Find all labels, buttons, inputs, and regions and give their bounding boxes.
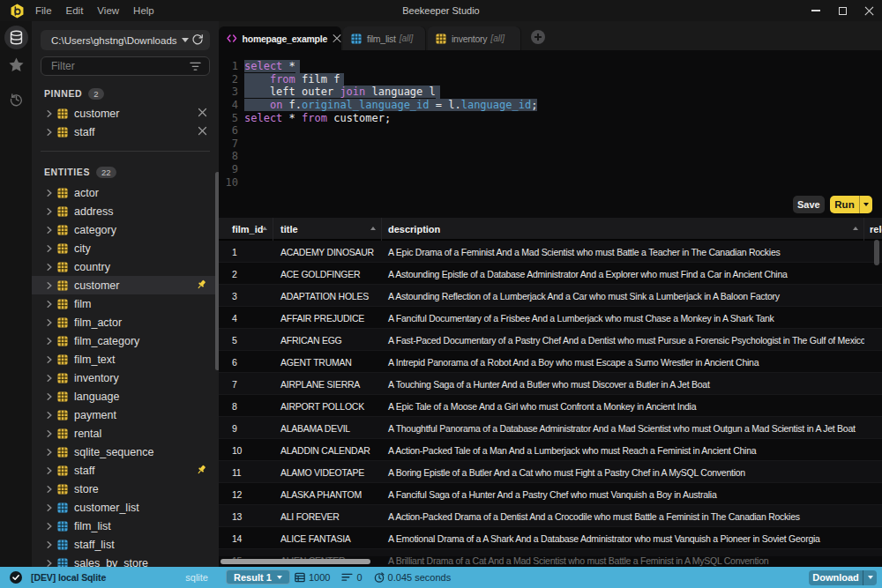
chevron-right-icon[interactable] <box>46 282 53 289</box>
cell-description[interactable]: A Action-Packed Tale of a Man And a Lumb… <box>382 439 864 461</box>
entity-item-customer[interactable]: customer <box>32 276 219 294</box>
connection-name[interactable]: [DEV] local Sqlite <box>31 567 106 588</box>
unpin-icon[interactable] <box>198 108 207 117</box>
unpin-button[interactable] <box>198 108 207 117</box>
cell-title[interactable]: ACADEMY DINOSAUR <box>273 241 382 263</box>
cell-title[interactable]: AFRICAN EGG <box>273 329 382 351</box>
chevron-right-icon[interactable] <box>46 375 53 382</box>
entity-item-film_text[interactable]: film_text <box>32 350 219 368</box>
chevron-right-icon[interactable] <box>46 393 53 400</box>
cell-film_id[interactable]: 12 <box>219 483 273 505</box>
entity-item-film[interactable]: film <box>32 294 219 313</box>
connection-dropdown[interactable]: C:\Users\ghstng\Downloads <box>41 30 210 50</box>
cell-description[interactable]: A Intrepid Panorama of a Robot And a Boy… <box>382 351 864 373</box>
vertical-scrollbar-thumb[interactable] <box>874 240 879 265</box>
cell-title[interactable]: AIRPORT POLLOCK <box>273 395 382 417</box>
entity-item-city[interactable]: city <box>32 239 219 257</box>
entity-item-sqlite_sequence[interactable]: sqlite_sequence <box>32 443 219 461</box>
cell-film_id[interactable]: 7 <box>219 373 273 395</box>
chevron-right-icon[interactable] <box>46 430 53 437</box>
entity-filter-input[interactable] <box>41 60 190 72</box>
cell-title[interactable]: ALAMO VIDEOTAPE <box>273 461 382 483</box>
chevron-right-icon[interactable] <box>46 541 53 548</box>
cell-title[interactable]: ALI FOREVER <box>273 505 382 527</box>
cell-film_id[interactable]: 6 <box>219 351 273 373</box>
chevron-right-icon[interactable] <box>46 129 53 136</box>
entity-item-film_list[interactable]: film_list <box>32 517 219 535</box>
entity-item-customer_list[interactable]: customer_list <box>32 498 219 517</box>
menu-edit[interactable]: Edit <box>66 5 84 16</box>
sidebar-scrollbar-thumb[interactable] <box>215 172 219 370</box>
rail-favorites-button[interactable] <box>0 51 32 78</box>
cell-title[interactable]: ALASKA PHANTOM <box>273 483 382 505</box>
unpin-icon[interactable] <box>198 126 207 136</box>
pinned-item-staff[interactable]: staff <box>32 123 219 141</box>
cell-description[interactable]: A Fanciful Documentary of a Frisbee And … <box>382 307 864 329</box>
cell-description[interactable]: A Thoughtful Panorama of a Database Admi… <box>382 417 864 439</box>
cell-description[interactable]: A Astounding Reflection of a Lumberjack … <box>382 285 864 307</box>
tab-query-homepage-example[interactable]: homepage_example <box>219 26 341 50</box>
rail-history-button[interactable] <box>0 86 32 112</box>
new-tab-button[interactable] <box>531 30 545 44</box>
unpin-button[interactable] <box>198 126 207 136</box>
chevron-right-icon[interactable] <box>46 449 53 456</box>
run-button-main[interactable]: Run <box>830 196 859 213</box>
menu-file[interactable]: File <box>35 5 52 16</box>
save-button[interactable]: Save <box>793 196 825 213</box>
menu-help[interactable]: Help <box>133 5 154 16</box>
minimize-button[interactable] <box>803 0 829 21</box>
close-button[interactable] <box>856 0 882 21</box>
entity-item-store[interactable]: store <box>32 480 219 498</box>
pinned-indicator[interactable] <box>196 465 207 476</box>
cell-description[interactable]: A Fanciful Saga of a Hunter And a Pastry… <box>382 483 864 505</box>
sql-editor[interactable]: 1select *2 from film f3 left outer join … <box>219 50 882 218</box>
entity-item-language[interactable]: language <box>32 387 219 406</box>
cell-film_id[interactable]: 4 <box>219 307 273 329</box>
chevron-right-icon[interactable] <box>46 412 53 419</box>
entity-item-rental[interactable]: rental <box>32 424 219 443</box>
refresh-icon[interactable] <box>191 33 204 46</box>
cell-description[interactable]: A Emotional Drama of a A Shark And a Dat… <box>382 527 864 549</box>
chevron-right-icon[interactable] <box>46 467 53 474</box>
chevron-right-icon[interactable] <box>46 301 53 308</box>
chevron-right-icon[interactable] <box>46 227 53 234</box>
cell-film_id[interactable]: 13 <box>219 505 273 527</box>
chevron-right-icon[interactable] <box>46 190 53 197</box>
tab-table-inventory[interactable]: inventory [all] <box>428 26 521 50</box>
column-header-title[interactable]: title <box>273 218 382 241</box>
entity-item-payment[interactable]: payment <box>32 406 219 424</box>
entity-item-sales_by_store[interactable]: sales_by_store <box>32 554 219 567</box>
entity-item-film_category[interactable]: film_category <box>32 331 219 350</box>
entity-item-staff[interactable]: staff <box>32 461 219 480</box>
cell-film_id[interactable]: 1 <box>219 241 273 263</box>
run-options-button[interactable] <box>859 196 872 213</box>
cell-description[interactable]: A Astounding Epistle of a Database Admin… <box>382 263 864 285</box>
download-options-button[interactable] <box>863 570 877 585</box>
entity-item-film_actor[interactable]: film_actor <box>32 313 219 331</box>
entity-item-category[interactable]: category <box>32 220 219 239</box>
cell-title[interactable]: ACE GOLDFINGER <box>273 263 382 285</box>
cell-film_id[interactable]: 5 <box>219 329 273 351</box>
chevron-right-icon[interactable] <box>46 245 53 252</box>
cell-title[interactable]: AGENT TRUMAN <box>273 351 382 373</box>
pinned-indicator[interactable] <box>196 279 207 291</box>
tab-close-icon[interactable] <box>333 34 341 43</box>
filter-icon[interactable] <box>190 62 201 71</box>
entity-item-staff_list[interactable]: staff_list <box>32 535 219 554</box>
pin-icon[interactable] <box>196 465 207 476</box>
horizontal-scrollbar-thumb[interactable] <box>220 559 370 564</box>
chevron-right-icon[interactable] <box>46 208 53 215</box>
chevron-right-icon[interactable] <box>46 523 53 530</box>
cell-description[interactable]: A Epic Tale of a Moose And a Girl who mu… <box>382 395 864 417</box>
column-header-release-year[interactable]: release_year <box>864 218 882 241</box>
chevron-right-icon[interactable] <box>46 319 53 326</box>
chevron-right-icon[interactable] <box>46 264 53 271</box>
cell-film_id[interactable]: 11 <box>219 461 273 483</box>
cell-description[interactable]: A Boring Epistle of a Butler And a Cat w… <box>382 461 864 483</box>
entity-item-address[interactable]: address <box>32 202 219 220</box>
rail-tables-button[interactable] <box>0 24 32 50</box>
result-selector[interactable]: Result 1 <box>226 569 290 584</box>
cell-title[interactable]: AFFAIR PREJUDICE <box>273 307 382 329</box>
entity-item-actor[interactable]: actor <box>32 183 219 202</box>
cell-film_id[interactable]: 8 <box>219 395 273 417</box>
